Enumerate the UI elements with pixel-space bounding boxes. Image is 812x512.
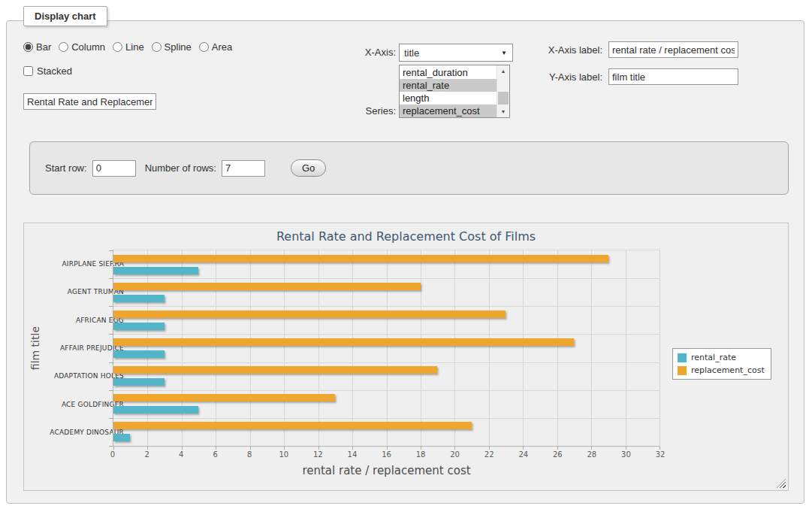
x-tick-label: 30	[621, 450, 631, 459]
y-tick-mark	[109, 446, 113, 447]
x-axis-select[interactable]: title ▼	[399, 44, 513, 62]
bar-replacement_cost[interactable]	[113, 366, 437, 374]
series-listbox[interactable]: rental_durationrental_ratelengthreplacem…	[399, 65, 510, 118]
chart-type-radio-spline[interactable]	[152, 42, 161, 52]
bar-replacement_cost[interactable]	[113, 255, 608, 262]
legend-label: replacement_cost	[691, 365, 765, 375]
bar-rental_rate[interactable]	[113, 434, 130, 441]
chart-type-radio-bar[interactable]	[23, 42, 33, 52]
chart-type-option-label: Line	[125, 41, 144, 53]
x-tick-label: 26	[553, 450, 563, 459]
category-band	[113, 390, 660, 418]
x-tick-mark	[284, 447, 285, 450]
x-tick-mark	[250, 447, 251, 450]
x-tick-label: 2	[144, 450, 149, 459]
x-tick-mark	[421, 447, 421, 450]
scrollbar-thumb[interactable]	[498, 92, 509, 105]
panel-legend: Display chart	[23, 6, 107, 26]
x-tick-label: 10	[279, 450, 288, 459]
x-tick-mark	[626, 447, 626, 450]
bar-replacement_cost[interactable]	[113, 283, 421, 290]
start-row-label: Start row:	[45, 162, 87, 174]
chart-type-option-area[interactable]: Area	[199, 41, 232, 53]
scrollbar-up-icon[interactable]: ▲	[497, 65, 509, 77]
x-tick-mark	[523, 447, 524, 450]
series-scrollbar[interactable]: ▲ ▼	[497, 65, 509, 117]
legend-item-rental_rate[interactable]: rental_rate	[678, 353, 765, 362]
display-chart-panel: Display chart BarColumnLineSplineArea St…	[6, 20, 804, 504]
x-tick-mark	[591, 447, 592, 450]
bar-replacement_cost[interactable]	[113, 311, 506, 318]
select-dropdown-icon: ▼	[501, 50, 507, 56]
chart-type-radio-area[interactable]	[199, 42, 209, 52]
chart-type-option-label: Column	[71, 41, 105, 53]
x-tick-label: 4	[179, 450, 183, 459]
x-tick-mark	[352, 447, 353, 450]
x-tick-mark	[182, 447, 183, 450]
legend-swatch	[678, 366, 687, 375]
stacked-label: Stacked	[37, 65, 72, 77]
x-tick-label: 0	[110, 450, 115, 459]
chart-type-option-column[interactable]: Column	[59, 41, 105, 53]
x-tick-label: 20	[450, 450, 460, 459]
chart-title-input[interactable]	[23, 93, 156, 110]
x-tick-mark	[216, 447, 216, 450]
chart-container: Rental Rate and Replacement Cost of Film…	[23, 223, 789, 491]
bar-rental_rate[interactable]	[113, 323, 165, 330]
chart-type-radio-column[interactable]	[59, 42, 68, 52]
chart-type-option-label: Area	[212, 41, 232, 53]
x-axis-title: rental rate / replacement cost	[113, 464, 660, 477]
chart-type-option-bar[interactable]: Bar	[23, 41, 51, 53]
chart-type-option-spline[interactable]: Spline	[152, 41, 192, 53]
series-label: Series:	[343, 105, 396, 117]
x-axis-label-input[interactable]	[608, 41, 738, 58]
series-option-length[interactable]: length	[400, 92, 497, 105]
chart-type-option-line[interactable]: Line	[113, 41, 144, 53]
category-band	[113, 250, 660, 278]
go-button[interactable]: Go	[291, 159, 326, 177]
category-band	[113, 418, 660, 446]
x-tick-mark	[113, 447, 114, 450]
legend-item-replacement_cost[interactable]: replacement_cost	[678, 365, 765, 375]
bar-rental_rate[interactable]	[113, 295, 165, 302]
bar-rental_rate[interactable]	[113, 406, 198, 414]
num-rows-input[interactable]	[222, 160, 265, 177]
chart-type-radio-line[interactable]	[113, 42, 122, 52]
stacked-checkbox-row[interactable]: Stacked	[23, 65, 72, 77]
bar-replacement_cost[interactable]	[113, 338, 574, 346]
bar-rental_rate[interactable]	[113, 267, 198, 274]
series-option-rental_duration[interactable]: rental_duration	[400, 66, 497, 79]
x-tick-label: 22	[484, 450, 494, 459]
bar-rental_rate[interactable]	[113, 350, 165, 358]
x-tick-mark	[387, 447, 388, 450]
x-tick-mark	[660, 447, 660, 450]
bar-replacement_cost[interactable]	[113, 422, 472, 429]
x-tick-label: 16	[382, 450, 391, 459]
category-band	[113, 334, 660, 362]
chart-type-option-label: Bar	[36, 41, 51, 53]
x-tick-label: 8	[247, 450, 252, 459]
series-option-rental_rate[interactable]: rental_rate	[400, 79, 497, 92]
category-band	[113, 362, 660, 390]
num-rows-label: Number of rows:	[145, 162, 216, 174]
x-tick-label: 24	[518, 450, 528, 459]
resize-grip-icon[interactable]	[777, 479, 786, 488]
start-row-input[interactable]	[92, 160, 136, 177]
bar-rental_rate[interactable]	[113, 378, 165, 386]
x-tick-mark	[147, 447, 148, 450]
scrollbar-down-icon[interactable]: ▼	[497, 106, 509, 117]
y-axis-label-label: Y-Axis label:	[536, 71, 602, 83]
y-axis-label-input[interactable]	[608, 68, 738, 85]
chart-type-option-label: Spline	[165, 41, 192, 53]
series-option-replacement_cost[interactable]: replacement_cost	[400, 105, 497, 117]
x-axis-select-label: X-Axis:	[343, 47, 396, 58]
x-tick-mark	[454, 447, 455, 450]
bar-replacement_cost[interactable]	[113, 394, 335, 401]
x-tick-label: 28	[587, 450, 597, 459]
chart-legend: rental_ratereplacement_cost	[672, 348, 771, 380]
series-options: rental_durationrental_ratelengthreplacem…	[400, 66, 497, 117]
plot-area	[113, 250, 660, 447]
x-tick-label: 14	[348, 450, 358, 459]
stacked-checkbox[interactable]	[23, 66, 33, 76]
legend-label: rental_rate	[691, 353, 736, 362]
